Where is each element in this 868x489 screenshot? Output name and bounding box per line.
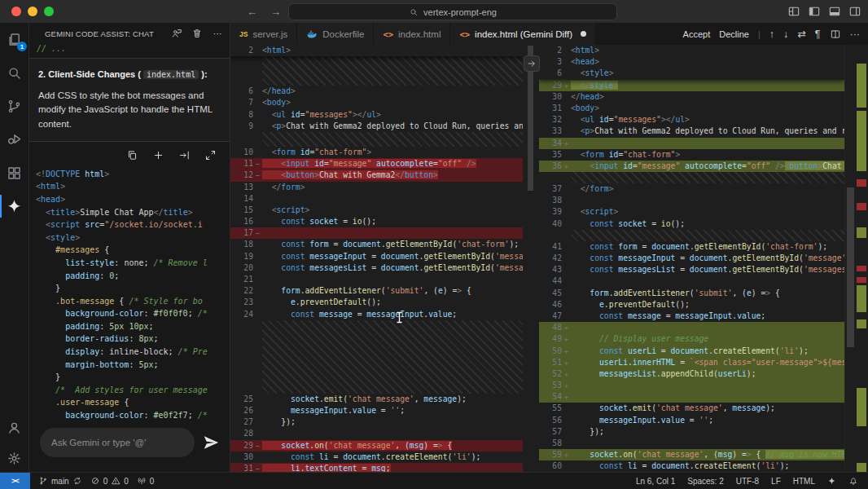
toggle-panel-icon[interactable] [828, 5, 841, 18]
problems-status[interactable]: 0 0 [90, 476, 129, 486]
send-icon[interactable] [202, 434, 220, 452]
diff-line[interactable]: 10 <form id="chat-form"> [230, 147, 523, 158]
diff-line[interactable]: 29− socket.on('chat message', (msg) => { [230, 440, 523, 452]
command-center-search[interactable]: vertex-prompt-eng [288, 3, 617, 20]
zoom-window-button[interactable] [44, 7, 54, 16]
diff-sash[interactable] [523, 45, 539, 473]
diff-line[interactable]: 38 [539, 195, 844, 206]
diff-line[interactable]: 20 const messagesList = document.getElem… [230, 262, 523, 274]
diff-line[interactable]: 28 [230, 428, 523, 439]
diff-line[interactable]: 15 <script> [230, 205, 523, 216]
diff-line[interactable]: 2<html> [230, 45, 523, 56]
customize-layout-icon[interactable] [787, 5, 800, 18]
tab-dockerfile[interactable]: Dockerfile [297, 23, 374, 45]
diff-line[interactable]: 55 socket.emit('chat message', message); [539, 403, 844, 414]
close-window-button[interactable] [11, 7, 21, 16]
indentation[interactable]: Spaces: 2 [687, 477, 723, 486]
diff-line[interactable]: 37 </form> [539, 183, 844, 195]
chat-input[interactable]: Ask Gemini or type '@' [40, 428, 195, 457]
clear-chat-icon[interactable] [191, 28, 203, 39]
activity-explorer[interactable]: 1 [1, 29, 28, 49]
diff-line[interactable]: 7<body> [230, 97, 523, 108]
diff-line[interactable]: 36+ <input id="message" autocomplete="of… [539, 161, 844, 172]
swap-sides-icon[interactable]: ⇄ [797, 28, 805, 40]
previous-change-icon[interactable]: ↑ [769, 29, 774, 40]
diff-line[interactable]: 49+ // Display user message [539, 333, 844, 345]
diff-line[interactable]: 32 <ul id="messages"></ul> [539, 114, 844, 126]
chat-code-block[interactable]: <!DOCTYPE html><html><head> <title>Simpl… [29, 165, 230, 421]
activity-search[interactable] [1, 63, 28, 82]
more-actions-icon[interactable]: ··· [212, 28, 223, 39]
diff-line[interactable]: 8 <ul id="messages"></ul> [230, 109, 523, 121]
diff-line[interactable]: 59+ socket.on('chat message', (msg) => {… [539, 449, 844, 460]
diff-line[interactable]: 33 <p>Chat with Gemma2 deployed to Cloud… [539, 126, 844, 137]
diff-line[interactable]: 40 const socket = io(); [539, 218, 844, 230]
forward-icon[interactable]: → [270, 6, 281, 18]
diff-line[interactable]: 60 const li = document.createElement('li… [539, 460, 844, 472]
gemini-status-icon[interactable] [827, 477, 836, 486]
diff-line[interactable]: 9 <p>Chat with Gemma2 deployed to Cloud … [230, 121, 523, 132]
diff-line[interactable]: 12− <button>Chat with Gemma2</button> [230, 170, 523, 181]
diff-line[interactable]: 2<html> [539, 45, 844, 56]
diff-line[interactable]: 25 socket.emit('chat message', message); [230, 394, 523, 405]
notifications-bell-icon[interactable] [848, 476, 858, 486]
diff-line[interactable]: 19 const messageInput = document.getElem… [230, 251, 523, 262]
activity-extensions[interactable] [1, 163, 28, 183]
diff-line[interactable]: 30 const li = document.createElement('li… [230, 452, 523, 463]
encoding[interactable]: UTF-8 [736, 477, 759, 486]
diff-line[interactable]: 6</head> [230, 86, 523, 97]
diff-line[interactable]: 53+ [539, 380, 844, 391]
diff-line[interactable]: 26 messageInput.value = ''; [230, 405, 523, 416]
diff-line[interactable]: 13 </form> [230, 182, 523, 193]
activity-gemini-code-assist[interactable] [1, 196, 28, 216]
activity-settings[interactable] [1, 448, 28, 468]
branch-status[interactable]: main [38, 476, 82, 486]
whitespace-icon[interactable]: ¶ [815, 29, 821, 40]
decline-button[interactable]: Decline [719, 29, 749, 39]
language-mode[interactable]: HTML [793, 477, 815, 486]
diff-line[interactable]: 46 e.preventDefault(); [539, 299, 844, 311]
right-scrollbar[interactable] [847, 187, 854, 347]
feedback-icon[interactable] [171, 28, 182, 39]
copy-icon[interactable] [126, 149, 138, 161]
diff-line[interactable]: 3<head> [539, 56, 844, 68]
diff-line[interactable]: 6 <style> [539, 68, 844, 79]
add-icon[interactable] [152, 149, 164, 161]
tab-server.js[interactable]: JSserver.js [230, 23, 297, 45]
diff-line[interactable]: 34+ [539, 138, 844, 149]
tab-index.html[interactable]: <>index.html [374, 23, 450, 45]
diff-line[interactable]: 24 const message = messageInput.value; [230, 309, 523, 320]
diff-line[interactable]: 17− [230, 227, 523, 239]
diff-line[interactable]: 11− <input id="message" autocomplete="of… [230, 158, 523, 170]
diff-line[interactable]: 21 [230, 274, 523, 285]
diff-line[interactable]: 23 e.preventDefault(); [230, 297, 523, 308]
toggle-primary-sidebar-icon[interactable] [808, 5, 821, 18]
insert-into-file-icon[interactable] [178, 149, 191, 161]
activity-accounts[interactable] [1, 417, 28, 437]
toggle-secondary-sidebar-icon[interactable] [848, 5, 861, 18]
diff-line[interactable]: 41 const form = document.getElementById(… [539, 241, 844, 253]
diff-line[interactable]: 35 <form id="chat-form"> [539, 149, 844, 161]
diff-line[interactable]: 39 <script> [539, 206, 844, 218]
cursor-position[interactable]: Ln 6, Col 1 [636, 477, 675, 486]
file-chip[interactable]: index.html [143, 70, 199, 79]
diff-line[interactable]: 45 form.addEventListener('submit', (e) =… [539, 288, 844, 299]
diff-line[interactable]: 27 }); [230, 416, 523, 428]
diff-line[interactable]: 29+ </style> [539, 80, 844, 91]
diff-line[interactable]: 31<body> [539, 103, 844, 114]
minimize-window-button[interactable] [28, 7, 37, 16]
activity-source-control[interactable] [1, 96, 28, 116]
diff-revert-arrow-button[interactable] [524, 55, 540, 72]
diff-line[interactable]: 50+ const userLi = document.createElemen… [539, 346, 844, 357]
activity-run-and-debug[interactable] [1, 130, 28, 149]
ports-status[interactable]: 0 [137, 476, 155, 486]
diff-line[interactable]: 30</head> [539, 91, 844, 103]
diff-line[interactable]: 44 [539, 275, 844, 287]
eol[interactable]: LF [771, 477, 781, 486]
diff-line[interactable]: 16 const socket = io(); [230, 216, 523, 227]
diff-line[interactable]: 42 const messageInput = document.getElem… [539, 253, 844, 264]
diff-line[interactable]: 18 const form = document.getElementById(… [230, 239, 523, 250]
expand-icon[interactable] [204, 149, 217, 161]
diff-line[interactable]: 14 [230, 193, 523, 205]
more-actions-icon[interactable]: ··· [850, 29, 861, 40]
